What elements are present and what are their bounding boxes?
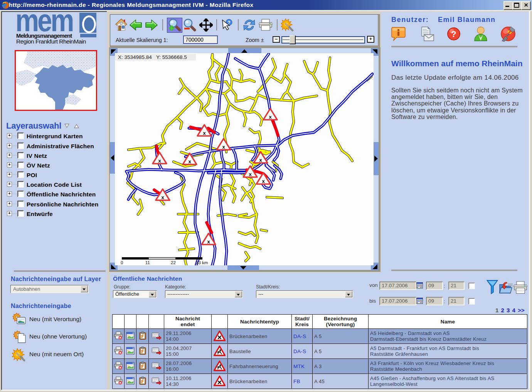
svg-text:x: x — [269, 114, 272, 120]
svg-text:x: x — [158, 158, 161, 164]
svg-text:x: x — [222, 144, 225, 150]
svg-text:x: x — [161, 194, 164, 200]
svg-text:x: x — [262, 178, 265, 184]
svg-text:x: x — [249, 171, 252, 177]
svg-text:x: x — [203, 130, 206, 136]
svg-text:?: ? — [451, 29, 456, 39]
svg-text:x: x — [259, 157, 262, 163]
svg-text:x: x — [188, 159, 191, 164]
svg-text:x: x — [207, 239, 210, 245]
